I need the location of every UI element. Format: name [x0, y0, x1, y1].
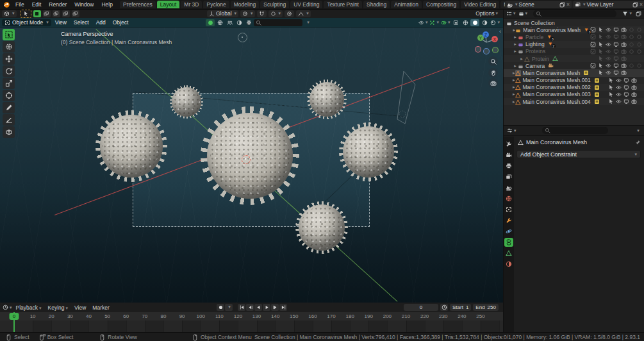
outliner-filter-button[interactable]: ▾ — [622, 10, 632, 17]
outliner-row-main-coronavirus-mesh[interactable]: ▸Main Coronavirus Mesh — [504, 69, 644, 76]
viewport-disable-toggle[interactable] — [612, 56, 620, 62]
render-disable-toggle[interactable] — [631, 92, 638, 97]
play-button[interactable] — [263, 304, 270, 311]
select-mode-button-4[interactable] — [72, 10, 79, 17]
viewport-menu-view[interactable]: View — [52, 19, 70, 26]
xray-toggle[interactable] — [451, 19, 460, 26]
render-disable-toggle[interactable] — [620, 56, 627, 62]
view-layer-selector[interactable]: ▾View Layer× — [573, 1, 644, 8]
current-frame-badge[interactable]: 0 — [10, 313, 19, 320]
gizmos-toggle[interactable]: ▾ — [429, 19, 440, 26]
header-tool-button-4[interactable] — [244, 19, 253, 26]
properties-tab-object-data[interactable] — [504, 249, 513, 258]
object-visibility-dropdown[interactable]: ▾ — [418, 19, 429, 26]
menu-help[interactable]: Help — [97, 1, 116, 8]
disclosure-arrow-icon[interactable]: ▸ — [513, 35, 518, 40]
camera-view-button[interactable] — [488, 78, 498, 88]
tool-add-cube-button[interactable] — [3, 126, 15, 138]
clear-view-layer-icon[interactable]: × — [640, 1, 643, 8]
coronavirus-mesh-3[interactable] — [339, 122, 398, 181]
viewport-disable-toggle[interactable] — [623, 85, 631, 90]
zoom-button[interactable] — [488, 56, 498, 66]
selectable-toggle[interactable] — [597, 42, 604, 47]
tool-scale-button[interactable] — [3, 78, 15, 89]
previous-keyframe-button[interactable] — [246, 304, 254, 311]
menu-file[interactable]: File — [12, 1, 28, 8]
workspace-tab-texture-paint[interactable]: Texture Paint — [324, 1, 362, 8]
add-object-constraint-button[interactable]: Add Object Constraint▾ — [516, 150, 641, 158]
outliner-row-protein[interactable]: ▸Protein — [504, 55, 644, 62]
outliner-row-particle[interactable]: ▸Particle▼3 — [504, 33, 644, 40]
preview-range-toggle[interactable] — [440, 304, 448, 311]
workspace-tab-shading[interactable]: Shading — [363, 1, 390, 8]
viewport-3d[interactable]: Camera Perspective (0) Scene Collection … — [0, 27, 503, 303]
header-tool-button-0[interactable] — [206, 19, 215, 26]
pivot-dropdown[interactable]: ▾ — [240, 10, 255, 17]
properties-search-input[interactable] — [542, 127, 608, 134]
selectable-toggle[interactable] — [597, 34, 604, 40]
disclosure-arrow-icon[interactable]: ▸ — [513, 42, 518, 47]
sidebar-collapse-arrow-icon[interactable]: ‹ — [499, 28, 501, 35]
tool-transform-button[interactable] — [3, 90, 15, 101]
outliner-row-main-coronavirus-mesh-003[interactable]: ▸Main Coronavirus Mesh.003 — [504, 91, 644, 98]
indirect-toggle[interactable] — [635, 49, 643, 54]
current-frame-field[interactable]: 0 — [404, 304, 438, 311]
next-keyframe-button[interactable] — [271, 304, 279, 311]
hide-toggle[interactable] — [615, 92, 623, 97]
holdout-toggle[interactable] — [627, 42, 635, 47]
coronavirus-mesh-4[interactable] — [295, 201, 348, 254]
workspace-tab-pyclone[interactable]: Pyclone — [203, 1, 229, 8]
indirect-toggle[interactable] — [635, 63, 643, 69]
hide-toggle[interactable] — [604, 49, 612, 54]
outliner-display-mode-button[interactable]: ▾ — [518, 10, 529, 17]
auto-key-record-button[interactable] — [217, 304, 224, 311]
viewport-disable-toggle[interactable] — [612, 34, 620, 40]
viewport-disable-toggle[interactable] — [612, 63, 620, 69]
tool-select-box-button[interactable] — [3, 29, 15, 40]
selectable-toggle[interactable] — [597, 63, 604, 69]
exclude-checkbox[interactable] — [589, 34, 597, 40]
proportional-edit-toggle[interactable] — [285, 10, 294, 17]
hide-toggle[interactable] — [604, 63, 612, 69]
select-mode-button-0[interactable] — [33, 10, 41, 17]
new-collection-button[interactable] — [634, 10, 643, 17]
workspace-tab-animation[interactable]: Animation — [391, 1, 422, 8]
holdout-toggle[interactable] — [627, 63, 635, 69]
coronavirus-mesh-0[interactable] — [95, 110, 167, 182]
workspace-tab-video-editing[interactable]: Video Editing — [461, 1, 499, 8]
viewport-disable-toggle[interactable] — [612, 27, 620, 33]
navigation-gizmo[interactable]: Y Z X — [470, 28, 502, 58]
render-disable-toggle[interactable] — [631, 85, 638, 90]
coronavirus-mesh-1[interactable] — [170, 85, 203, 119]
pan-button[interactable] — [488, 68, 498, 78]
timeline-ruler[interactable]: 1020304050607080901001101201301401501601… — [0, 312, 503, 321]
hide-toggle[interactable] — [604, 42, 612, 47]
tool-measure-button[interactable] — [3, 114, 15, 126]
workspace-tab-sculpting[interactable]: Sculpting — [260, 1, 289, 8]
snap-dropdown[interactable]: ▾ — [268, 10, 283, 17]
hide-toggle[interactable] — [615, 85, 623, 90]
tool-rotate-button[interactable] — [3, 65, 15, 77]
coronavirus-mesh-2[interactable] — [307, 79, 347, 119]
selectable-toggle[interactable] — [597, 70, 604, 76]
selectable-toggle[interactable] — [607, 92, 615, 97]
outliner-editor-type-button[interactable]: ▾ — [506, 10, 516, 17]
holdout-toggle[interactable] — [627, 34, 635, 40]
properties-editor-type-button[interactable]: ▾ — [506, 127, 517, 134]
menu-window[interactable]: Window — [70, 1, 97, 8]
outliner-row-main-coronavirus-mesh-002[interactable]: ▸Main Coronavirus Mesh.002 — [504, 84, 644, 91]
selectable-toggle[interactable] — [607, 85, 615, 90]
outliner-row-main-coronavirus-mesh-001[interactable]: ▸Main Coronavirus Mesh.001 — [504, 77, 644, 84]
workspace-tab-compositing[interactable]: Compositing — [423, 1, 459, 8]
disclosure-arrow-icon[interactable]: ▸ — [519, 56, 524, 62]
properties-tab-object[interactable] — [504, 205, 513, 214]
holdout-toggle[interactable] — [627, 49, 635, 54]
select-mode-button-3[interactable] — [62, 10, 70, 17]
outliner-row-lighting[interactable]: ▸Lighting▼2 — [504, 41, 644, 48]
viewport-menu-add[interactable]: Add — [93, 19, 109, 26]
outliner-search-input[interactable] — [533, 10, 616, 17]
properties-tab-view-layer[interactable] — [504, 172, 513, 181]
exclude-checkbox[interactable] — [589, 63, 597, 69]
header-tool-button-2[interactable] — [225, 19, 234, 26]
outliner-row-main-coronavirus-mesh-004[interactable]: ▸Main Coronavirus Mesh.004 — [504, 98, 644, 105]
